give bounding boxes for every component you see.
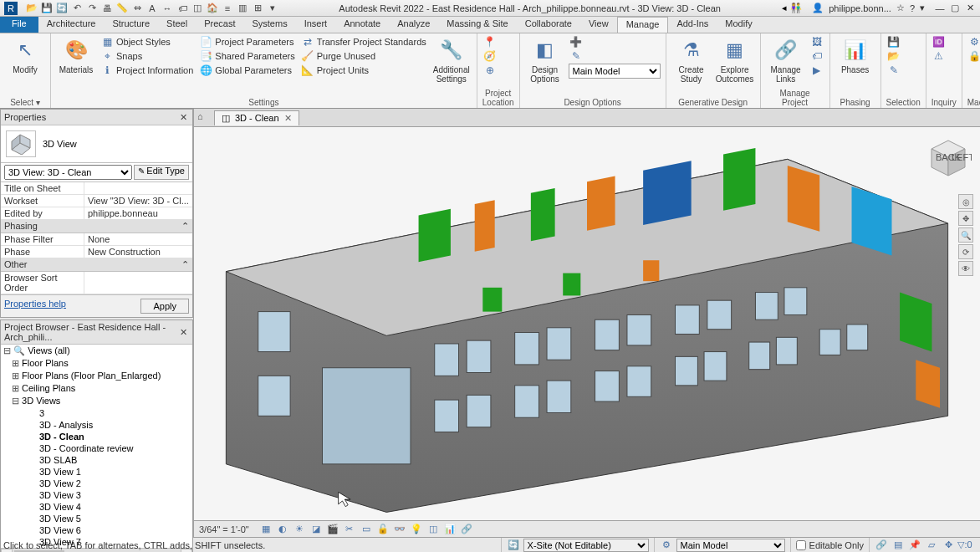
qat-customize-icon[interactable]: ▾ [266, 2, 279, 15]
shared-parameters-button[interactable]: 📑Shared Parameters [198, 49, 296, 63]
project-units-button[interactable]: 📐Project Units [300, 64, 428, 77]
tag-icon[interactable]: 🏷 [176, 2, 189, 15]
design-option-icon[interactable]: ⚙ [660, 539, 673, 552]
home-view-icon[interactable]: ⌂ [197, 111, 211, 125]
reveal-constraints-icon[interactable]: 🔗 [460, 523, 473, 536]
detail-level-icon[interactable]: ▦ [259, 523, 273, 536]
viewport-3d[interactable]: BACK LEFT ◎ ✥ 🔍 ⟳ 👁 [194, 127, 980, 520]
tree-leaf[interactable]: 3D View 3 [1, 489, 192, 501]
zoom-icon[interactable]: 🔍 [958, 227, 973, 243]
sun-path-icon[interactable]: ☀ [293, 523, 306, 536]
tree-leaf[interactable]: 3D View 4 [1, 501, 192, 513]
help-dropdown-icon[interactable]: ▾ [920, 3, 925, 13]
tab-systems[interactable]: Systems [243, 17, 295, 33]
tree-leaf[interactable]: 3D - Coordinate review [1, 442, 192, 454]
tab-insert[interactable]: Insert [296, 17, 336, 33]
edit-type-button[interactable]: ✎ Edit Type [134, 165, 189, 180]
design-options-button[interactable]: ◧ Design Options [525, 35, 565, 85]
shadows-icon[interactable]: ◪ [309, 523, 323, 536]
tree-leaf[interactable]: 3 [1, 407, 192, 419]
tree-leaf[interactable]: 3D View 1 [1, 466, 192, 478]
main-model-select[interactable]: Main Model [569, 64, 661, 79]
manage-links-button[interactable]: 🔗 Manage Links [766, 35, 806, 85]
warnings-button[interactable]: ⚠ [932, 49, 947, 63]
visual-style-icon[interactable]: ◐ [276, 523, 289, 536]
properties-close-button[interactable]: ✕ [177, 111, 189, 123]
load-selection-button[interactable]: 📂 [886, 49, 901, 63]
crop-icon[interactable]: ✂ [343, 523, 356, 536]
tab-steel[interactable]: Steel [158, 17, 196, 33]
workset-icon[interactable]: 🔄 [507, 539, 520, 552]
reveal-hidden-icon[interactable]: 💡 [410, 523, 423, 536]
create-study-button[interactable]: ⚗ Create Study [671, 35, 712, 85]
snaps-button[interactable]: ⌖Snaps [100, 49, 195, 63]
tree-root[interactable]: ⊟ 🔍 Views (all) [1, 345, 192, 357]
select-pinned-icon[interactable]: 📌 [908, 539, 921, 552]
macro-manager-button[interactable]: ⚙ [967, 35, 980, 49]
view-scale[interactable]: 3/64" = 1'-0" [199, 524, 249, 534]
save-icon[interactable]: 💾 [40, 2, 54, 15]
prop-row[interactable]: PhaseNew Construction [1, 246, 192, 258]
decal-types-button[interactable]: 🏷 [809, 49, 824, 63]
minimize-button[interactable]: — [933, 3, 947, 14]
tab-view[interactable]: View [580, 17, 617, 33]
close-button[interactable]: ✕ [963, 3, 977, 14]
select-face-icon[interactable]: ▱ [925, 539, 938, 552]
print-icon[interactable]: 🖶 [100, 2, 114, 15]
tree-leaf-selected[interactable]: 3D - Clean [1, 431, 192, 442]
save-selection-button[interactable]: 💾 [886, 35, 901, 49]
tab-collaborate[interactable]: Collaborate [517, 17, 580, 33]
prop-row[interactable]: Phase FilterNone [1, 233, 192, 246]
modify-button[interactable]: ↖ Modify [5, 35, 45, 76]
thin-lines-icon[interactable]: ≡ [221, 2, 234, 15]
workset-select[interactable]: X-Site (Not Editable) [523, 539, 649, 552]
transfer-standards-button[interactable]: ⇄Transfer Project Standards [300, 35, 428, 49]
type-selector[interactable]: 3D View [1, 125, 192, 163]
drag-elements-icon[interactable]: ✥ [942, 539, 955, 552]
undo-icon[interactable]: ↶ [70, 2, 84, 15]
orbit-icon[interactable]: ⟳ [958, 244, 973, 259]
tab-annotate[interactable]: Annotate [335, 17, 389, 33]
tree-node[interactable]: ⊞ Floor Plans (Floor Plan_Enlarged) [1, 370, 192, 382]
filter-icon[interactable]: ▽:0 [958, 539, 972, 552]
favorites-icon[interactable]: ☆ [896, 3, 905, 13]
object-styles-button[interactable]: ▦Object Styles [100, 35, 195, 49]
tab-manage[interactable]: Manage [617, 17, 669, 33]
phases-button[interactable]: 📊 Phases [835, 35, 875, 76]
tree-leaf[interactable]: 3D View 5 [1, 513, 192, 524]
project-parameters-button[interactable]: 📄Project Parameters [198, 35, 296, 49]
select-links-icon[interactable]: 🔗 [875, 539, 888, 552]
view-tab-close-icon[interactable]: ✕ [284, 113, 292, 124]
browser-close-button[interactable]: ✕ [177, 326, 189, 338]
temp-hide-icon[interactable]: 👓 [393, 523, 406, 536]
materials-button[interactable]: 🎨 Materials [56, 35, 96, 76]
tab-analyze[interactable]: Analyze [389, 17, 438, 33]
position-button[interactable]: ⊕ [482, 64, 498, 77]
ids-button[interactable]: 🆔 [932, 35, 947, 49]
align-icon[interactable]: ⇔ [130, 2, 144, 15]
explore-outcomes-button[interactable]: ▦ Explore Outcomes [715, 35, 755, 85]
close-hidden-icon[interactable]: ▥ [236, 2, 249, 15]
tree-leaf[interactable]: 3D View 2 [1, 478, 192, 489]
steering-wheel-icon[interactable]: ◎ [958, 194, 973, 209]
edit-selection-button[interactable]: ✎ [886, 64, 901, 77]
sync-icon[interactable]: 🔄 [55, 2, 69, 15]
global-parameters-button[interactable]: 🌐Global Parameters [198, 64, 296, 77]
group-label-select[interactable]: Select ▾ [5, 97, 45, 108]
view-tab[interactable]: ◫ 3D - Clean ✕ [214, 110, 299, 125]
instance-select[interactable]: 3D View: 3D - Clean [4, 165, 132, 180]
manage-images-button[interactable]: 🖼 [809, 35, 824, 49]
properties-help-link[interactable]: Properties help [4, 299, 140, 314]
design-option-select[interactable]: Main Model [676, 539, 785, 552]
help-icon[interactable]: ? [910, 3, 915, 13]
apply-button[interactable]: Apply [140, 299, 189, 314]
prop-row[interactable]: Edited byphilippe.bonneau [1, 207, 192, 220]
search-left-icon[interactable]: ◂ [782, 3, 787, 13]
location-button[interactable]: 📍 [482, 35, 498, 49]
tab-massing-site[interactable]: Massing & Site [438, 17, 516, 33]
dimension-icon[interactable]: ↔ [161, 2, 174, 15]
project-info-button[interactable]: ℹProject Information [100, 64, 195, 77]
section-icon[interactable]: ◫ [191, 2, 204, 15]
worksharing-display-icon[interactable]: ◫ [426, 523, 440, 536]
analytical-icon[interactable]: 📊 [443, 523, 457, 536]
